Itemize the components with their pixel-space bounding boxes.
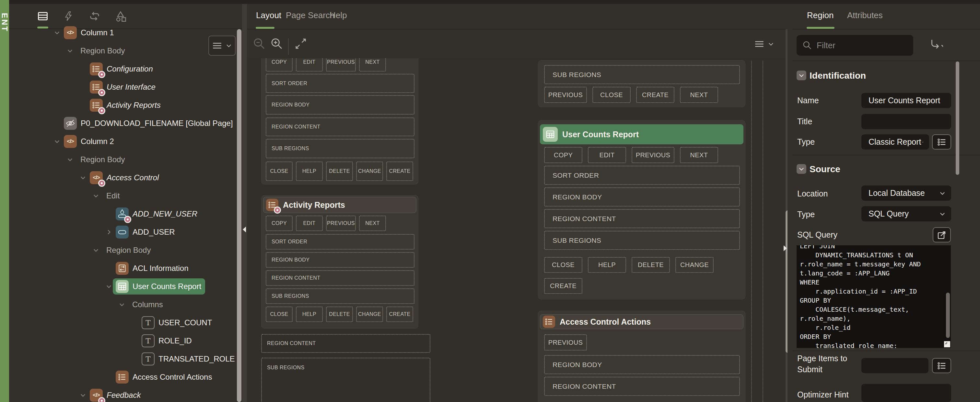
layout-button-delete[interactable]: DELETE xyxy=(326,307,353,322)
tree-toggle-icon[interactable] xyxy=(54,138,62,145)
layout-slot-region-body[interactable]: REGION BODY xyxy=(266,95,415,115)
layout-button-create[interactable]: CREATE xyxy=(386,161,413,181)
tree-item-user-counts-report[interactable]: User Counts Report xyxy=(9,277,242,296)
layout-slot-region-content[interactable]: REGION CONTENT xyxy=(261,334,430,353)
canvas-scrollbar-thumb[interactable] xyxy=(786,210,788,353)
layout-button-next[interactable]: NEXT xyxy=(359,58,386,71)
layout-button-copy[interactable]: COPY xyxy=(266,215,293,231)
region-header-activity-reports[interactable]: Activity Reports xyxy=(263,197,417,213)
layout-button-close[interactable]: CLOSE xyxy=(592,87,631,103)
layout-slot-sort-order[interactable]: SORT ORDER xyxy=(266,74,415,93)
tree-item-region-body[interactable]: Region Body xyxy=(9,150,242,169)
tree-item-p0-download-filename-global-page-[interactable]: P0_DOWNLOAD_FILENAME [Global Page] xyxy=(9,114,242,132)
layout-button-previous[interactable]: PREVIOUS xyxy=(544,334,587,351)
tree-item-user-count[interactable]: TUSER_COUNT xyxy=(9,313,242,332)
tree-item-column-2[interactable]: </>Column 2 xyxy=(9,132,242,150)
layout-button-previous[interactable]: PREVIOUS xyxy=(632,147,675,163)
layout-button-next[interactable]: NEXT xyxy=(359,215,386,231)
layout-button-help[interactable]: HELP xyxy=(296,307,323,322)
layout-slot-sub-regions[interactable]: SUB REGIONS xyxy=(544,231,740,250)
layout-slot-sort-order[interactable]: SORT ORDER xyxy=(266,234,415,250)
layout-button-create[interactable]: CREATE xyxy=(386,307,413,322)
collapse-right-icon[interactable] xyxy=(784,245,787,251)
layout-button-help[interactable]: HELP xyxy=(296,161,323,181)
processing-tab[interactable] xyxy=(88,9,102,23)
tab-attributes[interactable]: Attributes xyxy=(847,4,883,29)
page-items-input[interactable] xyxy=(861,358,929,373)
layout-slot-region-body[interactable]: REGION BODY xyxy=(544,355,740,374)
tree-toggle-icon[interactable] xyxy=(54,29,62,36)
tab-layout[interactable]: Layout xyxy=(256,4,281,29)
tree-item-columns[interactable]: Columns xyxy=(9,296,242,313)
layout-button-copy[interactable]: COPY xyxy=(544,147,582,163)
layout-slot-region-body[interactable]: REGION BODY xyxy=(544,187,740,206)
rendering-tab[interactable] xyxy=(36,9,50,23)
tree-item-activity-reports[interactable]: Activity Reports xyxy=(9,96,242,114)
tree-toggle-icon[interactable] xyxy=(80,392,88,399)
layout-button-change[interactable]: CHANGE xyxy=(356,161,383,181)
goto-region-button[interactable] xyxy=(929,38,949,53)
layout-button-help[interactable]: HELP xyxy=(588,257,626,273)
layout-button-close[interactable]: CLOSE xyxy=(266,307,293,322)
layout-button-close[interactable]: CLOSE xyxy=(544,257,582,273)
source-type-select[interactable]: SQL Query xyxy=(861,206,951,222)
filter-input[interactable]: Filter xyxy=(797,35,913,56)
layout-button-previous[interactable]: PREVIOUS xyxy=(326,58,356,71)
tree-scrollbar[interactable] xyxy=(237,29,242,402)
tree-item-feedback[interactable]: </>Feedback xyxy=(9,386,242,402)
layout-slot-sub-regions[interactable]: SUB REGIONS xyxy=(266,288,415,304)
region-header-user-counts-report[interactable]: User Counts Report xyxy=(540,124,743,144)
location-select[interactable]: Local Database xyxy=(861,185,951,201)
title-input[interactable] xyxy=(861,114,951,129)
layout-menu-button[interactable] xyxy=(752,37,776,51)
layout-slot-sub-regions[interactable]: SUB REGIONS xyxy=(266,139,415,158)
expand-button[interactable] xyxy=(294,36,308,51)
region-header-access-control-actions[interactable]: Access Control Actions xyxy=(540,314,743,329)
layout-slot-region-body[interactable]: REGION BODY xyxy=(266,252,415,267)
left-splitter[interactable] xyxy=(242,4,247,402)
zoom-in-button[interactable] xyxy=(270,36,284,51)
layout-slot-region-content[interactable]: REGION CONTENT xyxy=(544,209,740,228)
layout-button-create[interactable]: CREATE xyxy=(544,278,582,294)
tree-toggle-icon[interactable] xyxy=(67,156,75,163)
dynamic-actions-tab[interactable] xyxy=(61,9,75,23)
tree-toggle-icon[interactable] xyxy=(80,174,88,181)
collapse-left-icon[interactable] xyxy=(243,226,246,233)
tab-region[interactable]: Region xyxy=(807,4,834,29)
tree-toggle-icon[interactable] xyxy=(67,47,75,54)
source-collapse-button[interactable] xyxy=(797,164,806,174)
layout-button-next[interactable]: NEXT xyxy=(680,147,718,163)
layout-button-change[interactable]: CHANGE xyxy=(675,257,714,273)
layout-slot-sort-order[interactable]: SORT ORDER xyxy=(544,166,740,185)
tree-toggle-icon[interactable] xyxy=(92,192,101,199)
layout-slot-region-content[interactable]: REGION CONTENT xyxy=(266,270,415,286)
layout-slot-region-content[interactable]: REGION CONTENT xyxy=(266,117,415,136)
optimizer-hint-input[interactable] xyxy=(861,384,951,402)
tree-item-acl-information[interactable]: ACL Information xyxy=(9,259,242,277)
layout-button-next[interactable]: NEXT xyxy=(680,87,718,103)
zoom-out-button[interactable] xyxy=(252,36,266,51)
tree-item-add-user[interactable]: ADD_USER xyxy=(9,223,242,241)
tree-item-configuration[interactable]: Configuration xyxy=(9,60,242,78)
layout-button-previous[interactable]: PREVIOUS xyxy=(544,87,587,103)
canvas-scrollbar[interactable] xyxy=(786,29,788,402)
property-scrollbar-thumb[interactable] xyxy=(956,62,959,175)
layout-button-close[interactable]: CLOSE xyxy=(266,161,293,181)
layout-slot-sub-regions[interactable]: SUB REGIONS xyxy=(261,358,430,402)
tree-item-translated-role[interactable]: TTRANSLATED_ROLE xyxy=(9,350,242,368)
tab-help[interactable]: Help xyxy=(329,4,347,29)
tree-toggle-icon[interactable] xyxy=(105,283,114,290)
layout-button-copy[interactable]: COPY xyxy=(266,58,293,71)
left-rail[interactable]: ENT xyxy=(0,0,9,402)
tree-toggle-icon[interactable] xyxy=(118,301,127,308)
tree-item-region-body[interactable]: Region Body xyxy=(9,241,242,259)
type-list-button[interactable] xyxy=(932,135,951,150)
layout-button-delete[interactable]: DELETE xyxy=(326,161,353,181)
layout-button-edit[interactable]: EDIT xyxy=(588,147,626,163)
tree-toggle-icon[interactable] xyxy=(105,228,114,236)
tree-item-edit[interactable]: Edit xyxy=(9,187,242,205)
layout-button-change[interactable]: CHANGE xyxy=(356,307,383,322)
layout-button-create[interactable]: CREATE xyxy=(636,87,675,103)
resize-grip-icon[interactable] xyxy=(944,341,950,347)
page-items-list-button[interactable] xyxy=(932,358,951,373)
